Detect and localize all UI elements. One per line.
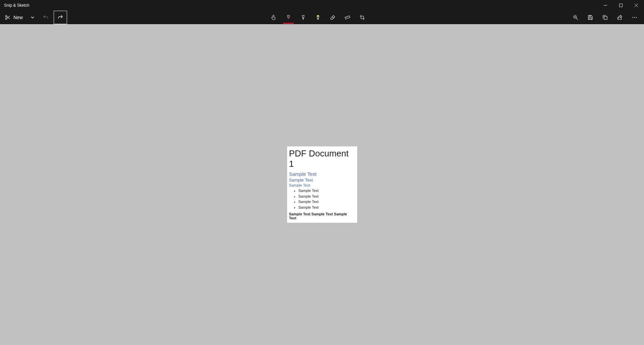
highlighter-icon	[315, 14, 321, 20]
toolbar: New	[0, 11, 644, 24]
window-controls	[598, 0, 644, 11]
svg-line-9	[332, 16, 334, 18]
ballpoint-pen-button[interactable]	[282, 11, 295, 24]
svg-point-22	[634, 17, 635, 17]
touch-icon	[271, 14, 277, 20]
new-snip-dropdown[interactable]	[28, 11, 38, 24]
redo-icon	[57, 14, 63, 20]
title-bar: Snip & Sketch	[0, 0, 644, 11]
eraser-icon	[330, 14, 336, 20]
doc-bullet-list: Sample Text Sample Text Sample Text Samp…	[289, 188, 355, 210]
snip-image: PDF Document 1 Sample Text Sample Text S…	[287, 146, 357, 223]
svg-line-15	[576, 18, 578, 20]
svg-point-21	[633, 17, 633, 17]
svg-rect-18	[589, 15, 591, 17]
undo-button[interactable]	[39, 11, 52, 24]
svg-rect-10	[345, 15, 350, 19]
svg-rect-1	[620, 4, 623, 7]
ruler-button[interactable]	[341, 11, 354, 24]
maximize-button[interactable]	[613, 0, 629, 11]
new-snip-label: New	[13, 15, 23, 20]
doc-paragraph: Sample Text Sample Text Sample Text	[289, 212, 355, 220]
crop-icon	[359, 14, 365, 20]
chevron-down-icon	[31, 15, 35, 19]
more-button[interactable]	[628, 11, 641, 24]
new-snip-button[interactable]: New	[3, 11, 26, 24]
ruler-icon	[344, 14, 351, 20]
redo-button[interactable]	[54, 11, 67, 24]
close-icon	[635, 4, 638, 7]
pencil-tool-icon	[300, 14, 306, 20]
list-item: Sample Text	[299, 205, 355, 210]
touch-writing-button[interactable]	[267, 11, 280, 24]
save-button[interactable]	[584, 11, 597, 24]
svg-line-13	[348, 16, 348, 17]
svg-rect-19	[589, 17, 592, 19]
list-item: Sample Text	[299, 199, 355, 205]
share-button[interactable]	[613, 11, 627, 24]
eraser-button[interactable]	[326, 11, 339, 24]
list-item: Sample Text	[299, 188, 355, 194]
minimize-icon	[604, 4, 607, 7]
doc-title: PDF Document 1	[289, 148, 355, 169]
active-tool-underline	[283, 23, 294, 24]
zoom-icon	[573, 14, 579, 20]
copy-icon	[602, 14, 608, 20]
copy-button[interactable]	[598, 11, 612, 24]
highlighter-button[interactable]	[311, 11, 325, 24]
canvas-area[interactable]: PDF Document 1 Sample Text Sample Text S…	[0, 24, 644, 345]
doc-heading-2: Sample Text	[289, 178, 355, 183]
list-item: Sample Text	[299, 194, 355, 199]
scissors-icon	[5, 14, 11, 20]
svg-point-23	[636, 17, 637, 17]
doc-heading-3: Sample Text	[289, 183, 355, 187]
doc-heading-1: Sample Text	[289, 171, 355, 177]
save-icon	[587, 14, 593, 20]
ballpoint-pen-icon	[285, 14, 291, 20]
maximize-icon	[619, 4, 623, 7]
close-button[interactable]	[629, 0, 644, 11]
undo-icon	[43, 14, 49, 20]
app-title: Snip & Sketch	[4, 3, 29, 8]
crop-button[interactable]	[356, 11, 369, 24]
more-icon	[632, 14, 638, 20]
svg-line-12	[347, 17, 347, 17]
pencil-button[interactable]	[297, 11, 310, 24]
svg-line-11	[346, 17, 346, 18]
minimize-button[interactable]	[598, 0, 613, 11]
svg-rect-20	[604, 16, 607, 19]
share-icon	[617, 14, 623, 20]
zoom-button[interactable]	[569, 11, 582, 24]
